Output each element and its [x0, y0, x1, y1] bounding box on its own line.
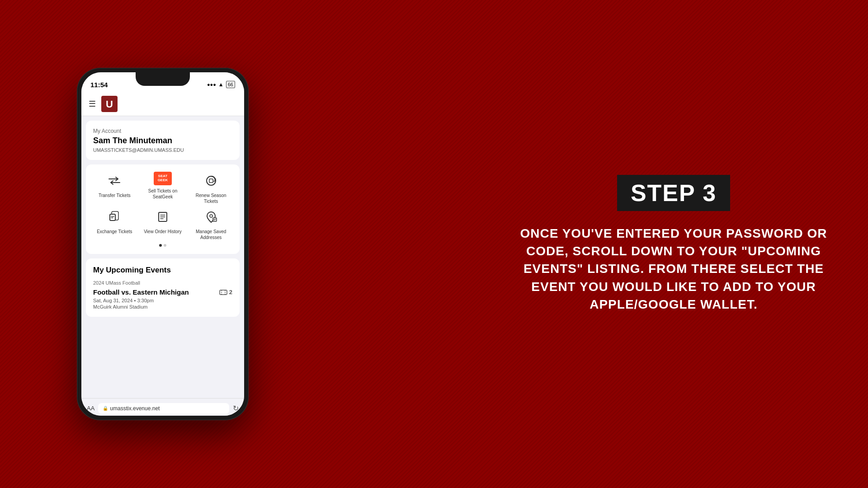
action-renew[interactable]: Renew Season Tickets — [189, 172, 232, 204]
transfer-icon — [105, 172, 123, 190]
wifi-icon: ▲ — [218, 81, 224, 88]
exchange-icon — [105, 208, 123, 226]
account-card: My Account Sam The Minuteman UMASSTICKET… — [86, 121, 240, 160]
event-category: 2024 UMass Football — [93, 280, 232, 286]
account-name: Sam The Minuteman — [93, 136, 232, 145]
phone-mockup: 11:54 ●●● ▲ 66 ☰ U — [77, 68, 249, 420]
refresh-icon[interactable]: ↻ — [233, 404, 239, 413]
signal-icon: ●●● — [207, 82, 216, 87]
browser-aa[interactable]: AA — [87, 405, 94, 412]
action-transfer[interactable]: Transfer Tickets — [93, 172, 136, 204]
hamburger-icon[interactable]: ☰ — [89, 99, 96, 109]
status-icons: ●●● ▲ 66 — [207, 81, 235, 88]
transfer-label: Transfer Tickets — [99, 192, 131, 198]
quick-actions-card: Transfer Tickets SEAT GEEK Sell Tickets … — [86, 164, 240, 254]
status-time: 11:54 — [90, 81, 108, 89]
svg-rect-5 — [209, 179, 213, 183]
upcoming-events-card: My Upcoming Events 2024 UMass Football F… — [86, 258, 240, 317]
lock-icon: 🔒 — [103, 406, 108, 411]
addresses-label: Manage Saved Addresses — [189, 229, 232, 240]
event-name-row[interactable]: Football vs. Eastern Michigan 2 — [93, 288, 232, 296]
umass-logo: U — [101, 96, 118, 112]
svg-rect-14 — [213, 218, 217, 221]
history-label: View Order History — [144, 229, 182, 235]
action-history[interactable]: View Order History — [142, 208, 184, 240]
dot-inactive — [164, 244, 166, 247]
browser-bar: AA 🔒 umasstix.evenue.net ↻ — [81, 398, 244, 416]
exchange-label: Exchange Tickets — [97, 229, 132, 235]
phone-content[interactable]: My Account Sam The Minuteman UMASSTICKET… — [81, 116, 244, 398]
account-email: UMASSTICKETS@ADMIN.UMASS.EDU — [93, 147, 232, 153]
phone-outer-frame: 11:54 ●●● ▲ 66 ☰ U — [77, 68, 249, 420]
action-exchange[interactable]: Exchange Tickets — [93, 208, 136, 240]
seatgeek-icon: SEAT GEEK — [154, 172, 172, 185]
history-icon — [154, 208, 172, 226]
events-title: My Upcoming Events — [93, 266, 232, 275]
renew-label: Renew Season Tickets — [189, 192, 232, 204]
right-panel: STEP 3 ONCE YOU'VE ENTERED YOUR PASSWORD… — [515, 175, 832, 313]
svg-rect-18 — [220, 290, 227, 295]
svg-rect-6 — [110, 214, 115, 221]
browser-url-bar[interactable]: 🔒 umasstix.evenue.net — [98, 403, 229, 414]
action-seatgeek[interactable]: SEAT GEEK Sell Tickets on SeatGeek — [142, 172, 184, 204]
action-addresses[interactable]: Manage Saved Addresses — [189, 208, 232, 240]
battery-icon: 66 — [226, 81, 235, 88]
event-date: Sat, Aug 31, 2024 • 3:30pm — [93, 298, 232, 303]
svg-text:U: U — [106, 99, 113, 110]
app-header: ☰ U — [81, 92, 244, 116]
dot-active — [159, 244, 162, 247]
url-text: umasstix.evenue.net — [110, 405, 160, 412]
ticket-count: 2 — [219, 289, 232, 296]
status-bar: 11:54 ●●● ▲ 66 — [81, 72, 244, 92]
actions-row-1: Transfer Tickets SEAT GEEK Sell Tickets … — [93, 172, 232, 204]
svg-point-13 — [210, 215, 212, 217]
event-name-text: Football vs. Eastern Michigan — [93, 288, 189, 296]
event-venue: McGuirk Alumni Stadium — [93, 304, 232, 310]
account-label: My Account — [93, 128, 232, 134]
dots-indicator — [93, 244, 232, 247]
step-badge: STEP 3 — [617, 175, 730, 211]
notch — [136, 72, 190, 86]
renew-icon — [202, 172, 220, 190]
seatgeek-label: Sell Tickets on SeatGeek — [142, 188, 184, 200]
addresses-icon — [202, 208, 220, 226]
phone-screen: 11:54 ●●● ▲ 66 ☰ U — [81, 72, 244, 416]
ticket-count-text: 2 — [229, 289, 232, 296]
step-description: ONCE YOU'VE ENTERED YOUR PASSWORD OR COD… — [515, 225, 832, 313]
actions-row-2: Exchange Tickets — [93, 208, 232, 240]
